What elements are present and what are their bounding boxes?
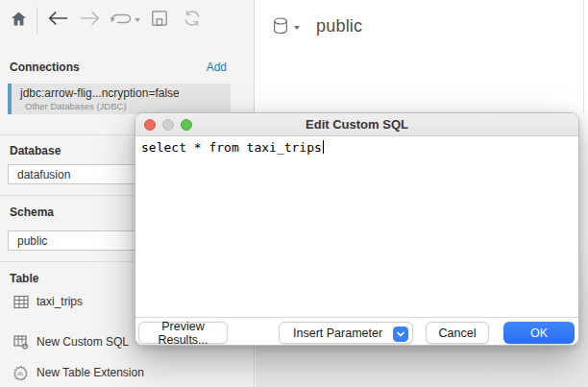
sql-editor[interactable]: select * from taxi_trips <box>135 137 578 319</box>
svg-text:db: db <box>17 371 23 376</box>
text-cursor <box>323 140 324 154</box>
home-button[interactable] <box>6 8 31 33</box>
insert-parameter-dropdown[interactable] <box>393 327 408 342</box>
connections-header: Connections <box>10 60 80 74</box>
toolbar-separator <box>37 7 37 34</box>
connection-name: jdbc:arrow-flig...ncryption=false <box>20 86 231 100</box>
new-table-extension-label: New Table Extension <box>37 366 144 379</box>
refresh-button[interactable] <box>180 8 205 33</box>
insert-parameter-button[interactable]: Insert Parameter <box>279 322 413 344</box>
refresh-icon <box>183 9 202 32</box>
dialog-button-bar: Preview Results... Insert Parameter Canc… <box>135 317 578 345</box>
new-custom-sql[interactable]: New Custom SQL <box>13 334 129 350</box>
datasource-caret-icon <box>294 26 300 30</box>
dialog-title: Edit Custom SQL <box>135 117 578 132</box>
toolbar <box>0 0 255 40</box>
schema-select-value: public <box>17 234 47 248</box>
connection-type: Other Databases (JDBC) <box>25 101 231 111</box>
redo-dropdown-caret-icon <box>135 18 140 22</box>
dialog-titlebar[interactable]: Edit Custom SQL <box>135 113 578 136</box>
cancel-button[interactable]: Cancel <box>426 322 489 344</box>
chevron-down-icon <box>396 330 405 338</box>
custom-sql-icon <box>13 334 29 350</box>
edit-custom-sql-dialog: Edit Custom SQL select * from taxi_trips… <box>135 112 579 346</box>
forward-arrow-icon <box>80 10 101 31</box>
redo-icon <box>110 11 133 30</box>
datasource-title: public <box>316 16 362 36</box>
table-item-taxi-trips[interactable]: taxi_trips <box>13 294 83 309</box>
add-connection-link[interactable]: Add <box>207 60 227 74</box>
back-arrow-icon <box>47 10 68 31</box>
new-table-extension[interactable]: db New Table Extension <box>13 365 144 380</box>
save-button[interactable] <box>147 8 172 33</box>
table-extension-icon: db <box>13 365 29 380</box>
datasource-header: public <box>272 16 362 36</box>
table-item-label: taxi_trips <box>37 295 83 308</box>
preview-results-button[interactable]: Preview Results... <box>138 322 228 344</box>
connection-item[interactable]: jdbc:arrow-flig...ncryption=false Other … <box>8 84 231 114</box>
insert-parameter-label: Insert Parameter <box>293 327 382 340</box>
table-grid-icon <box>13 294 29 309</box>
forward-button[interactable] <box>78 8 103 33</box>
pane-edge <box>583 0 584 113</box>
database-cylinder-icon[interactable] <box>272 16 300 36</box>
database-label: Database <box>10 144 61 157</box>
redo-button[interactable] <box>109 8 141 33</box>
save-icon <box>151 10 168 31</box>
home-icon <box>10 10 28 32</box>
ok-button[interactable]: OK <box>503 322 575 344</box>
back-button[interactable] <box>45 8 70 33</box>
database-select-value: datafusion <box>17 168 70 181</box>
table-label: Table <box>10 272 38 285</box>
sql-text: select * from taxi_trips <box>141 140 322 155</box>
schema-label: Schema <box>10 206 54 219</box>
new-custom-sql-label: New Custom SQL <box>37 335 129 349</box>
